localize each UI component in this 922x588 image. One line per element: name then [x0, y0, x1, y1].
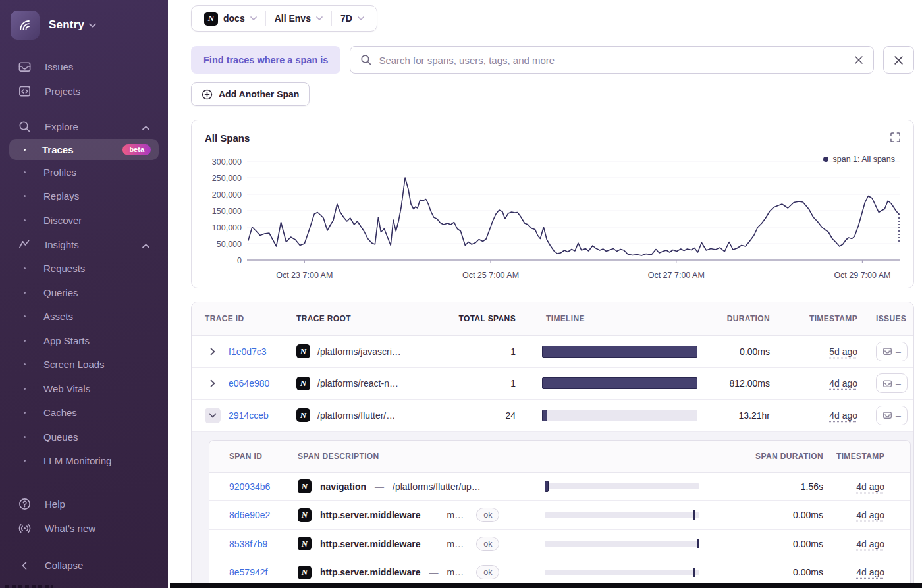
subtable-header-row: SPAN ID SPAN DESCRIPTION SPAN DURATION T…	[209, 441, 910, 473]
nextjs-icon: N	[204, 12, 218, 26]
sidebar-item-assets[interactable]: Assets	[0, 305, 168, 329]
add-another-span-button[interactable]: Add Another Span	[191, 82, 310, 106]
screenshot-bottom-edge-artifact	[170, 583, 922, 588]
bullet-icon	[24, 412, 26, 414]
bullet-icon	[24, 388, 26, 390]
timestamp-link[interactable]: 4d ago	[856, 539, 884, 549]
sidebar-item-queries[interactable]: Queries	[0, 281, 168, 305]
broadcast-icon	[17, 521, 32, 535]
span-id-link[interactable]: 8538f7b9	[229, 539, 267, 549]
span-id-link[interactable]: 8d6e90e2	[229, 510, 270, 520]
span-row[interactable]: 8538f7b9 Nhttp.server.middleware—m…ok 0.…	[209, 530, 910, 559]
remove-span-filter-button[interactable]	[883, 46, 914, 74]
issues-chip[interactable]: –	[876, 342, 908, 361]
span-row[interactable]: 8d6e90e2 Nhttp.server.middleware—m…ok 0.…	[209, 501, 910, 530]
sidebar-item-profiles[interactable]: Profiles	[0, 160, 168, 184]
span-description-text: m…	[447, 510, 464, 520]
bullet-icon	[24, 171, 26, 173]
svg-text:Oct 27 7:00 AM: Oct 27 7:00 AM	[648, 271, 705, 280]
span-filter-chip[interactable]: Find traces where a span is	[191, 46, 340, 74]
trace-id-link[interactable]: e064e980	[229, 378, 269, 388]
span-row[interactable]: 8e57942f Nhttp.server.middleware—m…ok 0.…	[209, 558, 910, 587]
sidebar-item-traces[interactable]: Traces beta	[9, 139, 159, 160]
nextjs-icon: N	[298, 537, 312, 550]
main-content: N docs All Envs 7D Find traces where a s…	[168, 0, 922, 588]
sidebar-item-discover[interactable]: Discover	[0, 208, 168, 232]
org-switcher[interactable]: Sentry	[0, 0, 168, 41]
expand-chart-button[interactable]	[890, 132, 900, 142]
sidebar-section-insights[interactable]: Insights	[0, 232, 168, 257]
sidebar-item-label: Requests	[43, 263, 85, 274]
col-total-spans: TOTAL SPANS	[422, 314, 524, 323]
span-row[interactable]: 920934b6 Nnavigation—/platforms/flutter/…	[209, 473, 910, 502]
svg-text:150,000: 150,000	[212, 207, 242, 216]
sidebar-item-label: Profiles	[43, 167, 76, 178]
separator: —	[429, 539, 439, 549]
svg-text:Oct 23 7:00 AM: Oct 23 7:00 AM	[276, 271, 333, 280]
expand-row-button[interactable]	[205, 344, 221, 360]
sidebar-item-queues[interactable]: Queues	[0, 425, 168, 449]
sidebar-item-requests[interactable]: Requests	[0, 257, 168, 281]
col-timeline: TIMELINE	[524, 314, 719, 323]
sidebar-item-screen-loads[interactable]: Screen Loads	[0, 353, 168, 377]
bullet-icon	[24, 149, 26, 151]
sidebar-item-replays[interactable]: Replays	[0, 184, 168, 209]
trace-row[interactable]: f1e0d7c3 N/platforms/javascri… 1 0.00ms …	[192, 336, 913, 368]
sidebar-item-web-vitals[interactable]: Web Vitals	[0, 377, 168, 401]
table-header-row: TRACE ID TRACE ROOT TOTAL SPANS TIMELINE…	[192, 302, 913, 336]
sidebar-item-help[interactable]: Help	[0, 492, 168, 516]
clear-search-button[interactable]	[854, 55, 864, 65]
sidebar-item-whats-new[interactable]: What's new	[0, 516, 168, 541]
sentry-logo-icon	[11, 11, 40, 40]
col-duration: DURATION	[719, 314, 774, 323]
col-trace-id: TRACE ID	[192, 314, 290, 323]
cutoff-text-artifact	[5, 585, 53, 588]
timestamp-link[interactable]: 5d ago	[829, 346, 857, 357]
expanded-spans-panel: SPAN ID SPAN DESCRIPTION SPAN DURATION T…	[192, 432, 913, 587]
sidebar-collapse-button[interactable]: Collapse	[0, 553, 168, 577]
issues-chip[interactable]: –	[876, 406, 908, 425]
sidebar-section-label: Explore	[45, 121, 78, 132]
trace-id-link[interactable]: f1e0d7c3	[229, 346, 267, 357]
sidebar-item-caches[interactable]: Caches	[0, 401, 168, 425]
svg-text:Oct 29 7:00 AM: Oct 29 7:00 AM	[834, 271, 890, 280]
sidebar-item-app-starts[interactable]: App Starts	[0, 329, 168, 353]
sidebar-item-issues[interactable]: Issues	[0, 55, 168, 79]
timeline-bar	[542, 377, 697, 389]
span-id-link[interactable]: 8e57942f	[229, 567, 267, 577]
sidebar-item-label: Discover	[43, 215, 82, 226]
environment-selector[interactable]: All Envs	[266, 13, 331, 24]
date-range-selector[interactable]: 7D	[332, 13, 373, 24]
col-span-duration: SPAN DURATION	[717, 452, 828, 461]
sidebar-item-projects[interactable]: Projects	[0, 79, 168, 103]
trace-row[interactable]: e064e980 N/platforms/react-n… 1 812.00ms…	[192, 368, 913, 400]
sidebar-item-label: App Starts	[43, 335, 90, 346]
timestamp-link[interactable]: 4d ago	[856, 567, 884, 577]
chevron-down-icon	[250, 16, 257, 20]
col-trace-root: TRACE ROOT	[290, 314, 422, 323]
timestamp-link[interactable]: 4d ago	[829, 378, 857, 388]
issues-icon	[882, 346, 892, 356]
project-selector[interactable]: N docs	[196, 12, 265, 26]
trace-id-link[interactable]: 2914cceb	[229, 410, 269, 421]
timestamp-link[interactable]: 4d ago	[829, 410, 857, 421]
issues-chip[interactable]: –	[876, 373, 908, 393]
span-timeline-bar	[545, 483, 699, 489]
timestamp-link[interactable]: 4d ago	[856, 510, 884, 520]
sidebar-item-llm-monitoring[interactable]: LLM Monitoring	[0, 449, 168, 473]
collapse-row-button[interactable]	[205, 408, 221, 423]
span-search-input[interactable]	[379, 55, 847, 66]
span-description-text: m…	[447, 539, 464, 549]
timestamp-link[interactable]: 4d ago	[856, 481, 884, 492]
trace-row-expanded[interactable]: 2914cceb N/platforms/flutter/… 24 13.21h…	[192, 400, 913, 432]
sidebar-section-explore[interactable]: Explore	[0, 115, 168, 139]
svg-text:100,000: 100,000	[212, 223, 242, 232]
sidebar-item-label: Issues	[45, 61, 73, 72]
span-id-link[interactable]: 920934b6	[229, 481, 270, 492]
chart-plot-area[interactable]: span 1: All spans 050,000100,000150,0002…	[205, 149, 900, 292]
plus-circle-icon	[202, 89, 213, 100]
span-search-box[interactable]	[350, 46, 874, 74]
expand-row-button[interactable]	[205, 375, 221, 391]
trace-root-text: /platforms/react-n…	[317, 378, 398, 388]
span-op: http.server.middleware	[320, 510, 421, 520]
